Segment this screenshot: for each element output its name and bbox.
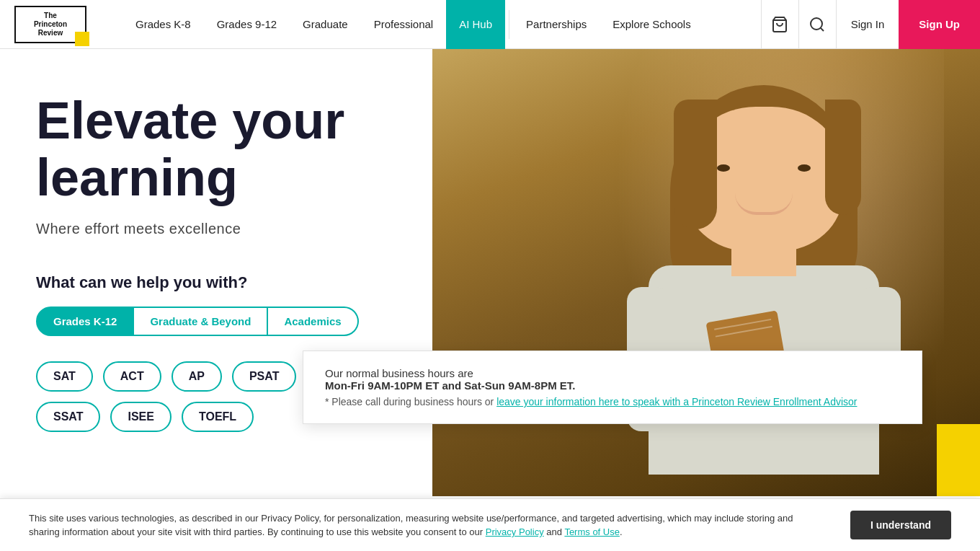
navbar: The Princeton Review Grades K-8 Grades 9… [0, 0, 980, 49]
pill-ssat[interactable]: SSAT [36, 402, 100, 432]
cart-button[interactable] [761, 0, 798, 49]
neck [731, 233, 796, 276]
hero-image-bg [432, 49, 980, 496]
hero-section: Elevate your learning Where effort meets… [0, 49, 980, 496]
pill-isee[interactable]: ISEE [110, 402, 171, 432]
hero-title: Elevate your learning [36, 92, 396, 206]
search-button[interactable] [798, 0, 836, 49]
nav-left: Grades K-8 Grades 9-12 Graduate Professi… [122, 0, 761, 49]
nav-item-grades-9-12[interactable]: Grades 9-12 [204, 0, 290, 49]
smile [735, 193, 793, 215]
chat-link[interactable]: leave your information here to speak wit… [496, 396, 857, 407]
logo-text: The Princeton Review [34, 12, 67, 38]
nav-divider [509, 10, 509, 39]
logo-yellow-accent [75, 32, 89, 46]
search-icon [808, 16, 826, 33]
chat-popup: Our normal business hours are Mon-Fri 9A… [303, 351, 922, 424]
svg-line-2 [821, 27, 824, 30]
nav-item-explore-schools[interactable]: Explore Schools [600, 0, 703, 49]
sign-in-button[interactable]: Sign In [836, 0, 899, 49]
yellow-corner-accent [937, 424, 980, 496]
left-eye [717, 164, 730, 172]
hero-image [432, 49, 980, 496]
pill-sat[interactable]: SAT [36, 361, 93, 392]
svg-point-1 [811, 18, 822, 30]
pill-ap[interactable]: AP [172, 361, 222, 392]
nav-item-partnerships[interactable]: Partnerships [513, 0, 600, 49]
hero-subtitle: Where effort meets excellence [36, 221, 396, 237]
nav-item-professional[interactable]: Professional [361, 0, 447, 49]
tab-grades-k12[interactable]: Grades K-12 [36, 307, 134, 336]
what-label: What can we help you with? [36, 273, 396, 292]
chat-hours-bold: Mon-Fri 9AM-10PM ET and Sat-Sun 9AM-8PM … [325, 379, 576, 392]
pill-act[interactable]: ACT [103, 361, 161, 392]
nav-item-grades-k8[interactable]: Grades K-8 [122, 0, 204, 49]
pill-toefl[interactable]: TOEFL [182, 402, 254, 432]
chat-call-text: * Please call during business hours or l… [325, 396, 900, 407]
hair-left [674, 100, 717, 229]
sign-up-button[interactable]: Sign Up [899, 0, 980, 49]
pill-psat[interactable]: PSAT [232, 361, 296, 392]
logo-box: The Princeton Review [14, 6, 86, 43]
category-tabs: Grades K-12 Graduate & Beyond Academics [36, 307, 396, 336]
nav-right: Sign In Sign Up [761, 0, 980, 49]
hero-content: Elevate your learning Where effort meets… [0, 49, 432, 496]
logo[interactable]: The Princeton Review [0, 0, 122, 50]
cart-icon [771, 16, 788, 33]
right-eye [798, 164, 811, 172]
tab-graduate-beyond[interactable]: Graduate & Beyond [134, 307, 268, 336]
nav-item-graduate[interactable]: Graduate [290, 0, 361, 49]
tab-academics[interactable]: Academics [268, 307, 358, 336]
nav-item-ai-hub[interactable]: AI Hub [446, 0, 505, 49]
hair-right [825, 100, 861, 215]
chat-hours-text: Our normal business hours are Mon-Fri 9A… [325, 367, 900, 392]
